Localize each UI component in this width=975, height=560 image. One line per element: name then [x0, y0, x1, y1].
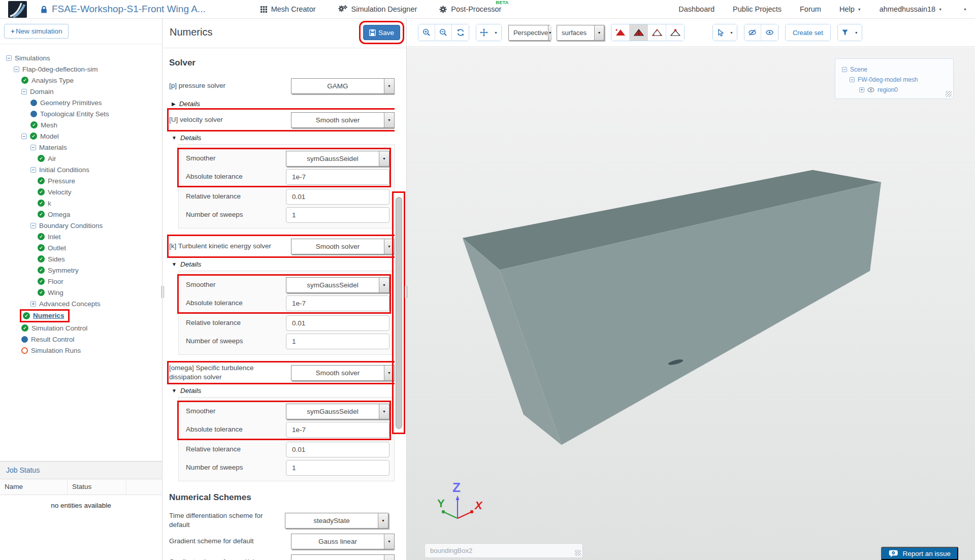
- tree-item-floor[interactable]: Floor: [2, 276, 162, 287]
- more-menu-caret[interactable]: [960, 5, 967, 13]
- expand-icon[interactable]: [30, 301, 36, 307]
- tree-item-wing[interactable]: Wing: [2, 287, 162, 298]
- k-details-toggle[interactable]: Details: [172, 260, 395, 268]
- mesh-node[interactable]: FW-0deg-model mesh: [842, 75, 953, 85]
- project-title[interactable]: FSAE-Workshop-S1-Front Wing A...: [52, 4, 206, 15]
- collapse-icon[interactable]: [6, 55, 12, 61]
- scene-node[interactable]: Scene: [842, 64, 953, 75]
- bounding-box-label-overlay[interactable]: boundingBox2: [425, 543, 583, 558]
- collapse-icon[interactable]: [30, 223, 36, 228]
- left-splitter-handle[interactable]: [161, 286, 164, 298]
- hide-selection-button[interactable]: [744, 24, 761, 41]
- velocity-details-toggle[interactable]: Details: [172, 134, 395, 142]
- velocity-smoother-select[interactable]: symGaussSeidel: [286, 151, 389, 167]
- resize-handle-icon[interactable]: [946, 91, 952, 97]
- tree-item-materials[interactable]: Materials: [2, 142, 162, 153]
- resize-handle-icon[interactable]: [575, 550, 581, 556]
- tree-item-analysis-type[interactable]: Analysis Type: [2, 75, 162, 86]
- render-wireframe-button[interactable]: [648, 24, 666, 41]
- pressure-solver-select[interactable]: GAMG: [291, 78, 395, 94]
- nav-forum[interactable]: Forum: [800, 5, 821, 13]
- collapse-icon[interactable]: [21, 134, 27, 139]
- tree-item-boundary-conditions[interactable]: Boundary Conditions: [2, 220, 162, 231]
- collapse-icon[interactable]: [850, 77, 855, 82]
- save-button[interactable]: Save: [363, 25, 400, 40]
- tree-item-model[interactable]: Model: [2, 130, 162, 142]
- tree-item-k[interactable]: k: [2, 197, 162, 209]
- tree-item-symmetry[interactable]: Symmetry: [2, 265, 162, 276]
- tree-item-air[interactable]: Air: [2, 153, 162, 164]
- expand-icon[interactable]: [859, 87, 864, 92]
- k-sweeps-input[interactable]: [286, 334, 389, 349]
- tree-item-mesh[interactable]: Mesh: [2, 119, 162, 130]
- nav-post-processor[interactable]: Post-Processor BETA: [439, 5, 501, 13]
- omega-solver-select[interactable]: Smooth solver: [291, 365, 395, 381]
- tree-item-velocity[interactable]: Velocity: [2, 186, 162, 197]
- collapse-icon[interactable]: [21, 89, 27, 94]
- tree-item-flap-0deg-deflection-sim[interactable]: Flap-0deg-deflection-sim: [2, 63, 162, 75]
- create-set-button[interactable]: Create set: [786, 24, 830, 41]
- omega-sweeps-input[interactable]: [286, 460, 389, 476]
- k-solver-select[interactable]: Smooth solver: [291, 239, 395, 254]
- tree-item-simulation-control[interactable]: Simulation Control: [2, 322, 162, 334]
- velocity-relative-tolerance-input[interactable]: [286, 189, 389, 205]
- pressure-details-toggle[interactable]: Details: [172, 100, 395, 108]
- show-selection-button[interactable]: [761, 24, 778, 41]
- report-issue-button[interactable]: Report an issue: [881, 547, 958, 560]
- region0-node[interactable]: region0: [842, 85, 953, 95]
- omega-details-toggle[interactable]: Details: [172, 387, 395, 394]
- velocity-sweeps-input[interactable]: [286, 207, 389, 223]
- tree-item-advanced-concepts[interactable]: Advanced Concepts: [2, 298, 162, 309]
- render-canvas[interactable]: Scene FW-0deg-model mesh region0 Z: [407, 47, 975, 560]
- zoom-out-button[interactable]: [435, 24, 452, 41]
- gradient-default-select[interactable]: Gauss linear: [291, 534, 395, 549]
- tree-item-result-control[interactable]: Result Control: [2, 334, 162, 345]
- new-simulation-button[interactable]: + New simulation: [4, 24, 69, 39]
- time-differentiation-select[interactable]: steadyState: [285, 513, 388, 529]
- tree-item-outlet[interactable]: Outlet: [2, 242, 162, 253]
- tree-item-initial-conditions[interactable]: Initial Conditions: [2, 164, 162, 175]
- tree-item-domain[interactable]: Domain: [2, 86, 162, 97]
- collapse-icon[interactable]: [842, 67, 847, 72]
- tree-item-numerics[interactable]: Numerics: [2, 309, 162, 322]
- collapse-icon[interactable]: [30, 167, 36, 173]
- velocity-absolute-tolerance-input[interactable]: [286, 169, 389, 185]
- k-absolute-tolerance-input[interactable]: [286, 295, 389, 311]
- k-smoother-select[interactable]: symGaussSeidel: [286, 277, 389, 293]
- collapse-icon[interactable]: [30, 145, 36, 150]
- eye-icon[interactable]: [867, 87, 874, 92]
- tree-item-simulation-runs[interactable]: Simulation Runs: [2, 345, 162, 356]
- simscale-logo[interactable]: [8, 1, 27, 18]
- camera-mode-select[interactable]: Perspective: [508, 25, 550, 41]
- nav-public-projects[interactable]: Public Projects: [733, 5, 782, 13]
- render-points-button[interactable]: [666, 24, 684, 41]
- nav-help-menu[interactable]: Help: [839, 5, 861, 13]
- k-relative-tolerance-input[interactable]: [286, 315, 389, 331]
- tree-item-sides[interactable]: Sides: [2, 253, 162, 265]
- gradient-gradp-select[interactable]: Gauss linear: [291, 554, 395, 560]
- render-surface-edges-button[interactable]: [630, 24, 648, 41]
- omega-absolute-tolerance-input[interactable]: [286, 422, 389, 438]
- zoom-in-button[interactable]: [418, 24, 435, 41]
- reset-view-button[interactable]: [452, 24, 469, 41]
- tree-item-simulations[interactable]: Simulations: [2, 52, 162, 63]
- tree-item-topological-entity-sets[interactable]: Topological Entity Sets: [2, 108, 162, 119]
- tree-item-omega[interactable]: Omega: [2, 209, 162, 220]
- nav-dashboard[interactable]: Dashboard: [678, 5, 714, 13]
- tree-item-geometry-primitives[interactable]: Geometry Primitives: [2, 97, 162, 108]
- nav-simulation-designer[interactable]: Simulation Designer: [338, 5, 417, 13]
- collapse-icon[interactable]: [14, 67, 19, 72]
- tree-item-inlet[interactable]: Inlet: [2, 231, 162, 242]
- pan-mode-button[interactable]: [476, 24, 501, 41]
- render-target-select[interactable]: surfaces: [557, 25, 604, 41]
- omega-relative-tolerance-input[interactable]: [286, 442, 389, 457]
- velocity-solver-select[interactable]: Smooth solver: [291, 112, 395, 128]
- filter-button[interactable]: [838, 24, 862, 41]
- tree-item-pressure[interactable]: Pressure: [2, 175, 162, 186]
- selection-mode-button[interactable]: [713, 24, 737, 41]
- render-surface-button[interactable]: [611, 24, 630, 41]
- nav-user-menu[interactable]: ahmedhussain18: [880, 5, 942, 13]
- omega-smoother-select[interactable]: symGaussSeidel: [286, 404, 389, 419]
- nav-mesh-creator[interactable]: Mesh Creator: [261, 5, 316, 13]
- right-splitter-handle[interactable]: [405, 286, 407, 298]
